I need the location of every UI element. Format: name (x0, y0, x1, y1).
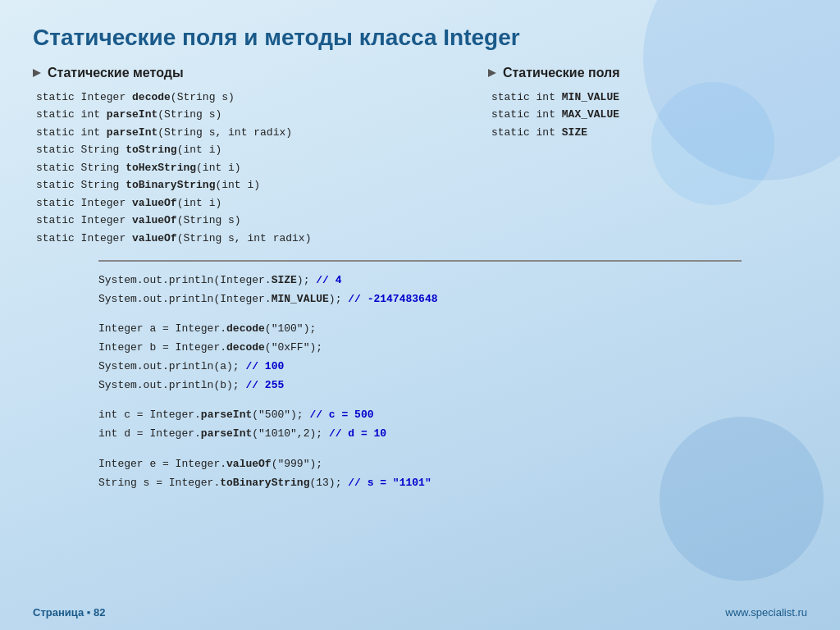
ex4-bold-2: toBinaryString (220, 477, 309, 489)
comment-6: // d = 10 (329, 427, 386, 440)
example-group-4: Integer e = Integer.valueOf("999"); Stri… (98, 455, 742, 493)
method-6: static String toBinaryString(int i) (36, 176, 472, 194)
fields-header: Статические поля (488, 66, 807, 80)
method-9: static Integer valueOf(String s, int rad… (36, 230, 472, 247)
example-group-1: System.out.println(Integer.SIZE); // 4 S… (98, 272, 742, 309)
slide: Статические поля и методы класса Integer… (0, 0, 840, 630)
example-line-2: System.out.println(Integer.MIN_VALUE); /… (98, 290, 742, 309)
method-3: static int parseInt(String s, int radix) (36, 124, 472, 141)
method-4: static String toString(int i) (36, 141, 472, 158)
comment-5: // c = 500 (309, 409, 373, 421)
right-panel: Статические поля static int MIN_VALUE st… (488, 66, 807, 247)
example-block: System.out.println(Integer.SIZE); // 4 S… (33, 272, 807, 493)
comment-2: // -2147483648 (348, 293, 437, 305)
fields-list: static int MIN_VALUE static int MAX_VALU… (488, 89, 807, 141)
method-8: static Integer valueOf(String s) (36, 212, 472, 229)
method-8-name: valueOf (132, 214, 177, 226)
example-line-10: String s = Integer.toBinaryString(13); /… (98, 474, 742, 493)
methods-list: static Integer decode(String s) static i… (33, 89, 472, 247)
comment-7: // s = "1101" (348, 477, 431, 489)
comment-4: // 255 (245, 379, 284, 391)
content-columns: Статические методы static Integer decode… (33, 66, 807, 247)
comment-1: // 4 (316, 274, 341, 286)
example-line-8: int d = Integer.parseInt("1010",2); // d… (98, 425, 742, 444)
fields-title: Статические поля (503, 66, 620, 80)
bullet-icon (33, 69, 41, 77)
method-2: static int parseInt(String s) (36, 106, 472, 123)
example-group-2: Integer a = Integer.decode("100"); Integ… (98, 320, 742, 395)
ex1-bold-2: MIN_VALUE (272, 293, 329, 305)
field-2: static int MAX_VALUE (491, 106, 807, 123)
page-title: Статические поля и методы класса Integer (33, 25, 807, 51)
method-9-name: valueOf (132, 232, 177, 244)
footer: Страница ▪ 82 www.specialist.ru (33, 606, 807, 619)
method-1: static Integer decode(String s) (36, 89, 472, 106)
comment-3: // 100 (245, 360, 284, 372)
example-line-5: System.out.println(a); // 100 (98, 358, 742, 377)
field-3: static int SIZE (491, 124, 807, 141)
left-panel: Статические методы static Integer decode… (33, 66, 472, 247)
methods-header: Статические методы (33, 66, 472, 80)
method-7-name: valueOf (132, 197, 177, 209)
page-number: Страница ▪ 82 (33, 606, 105, 619)
method-7: static Integer valueOf(int i) (36, 194, 472, 212)
methods-title: Статические методы (48, 66, 184, 80)
field-2-name: MAX_VALUE (562, 108, 619, 121)
bullet-icon-2 (488, 69, 496, 77)
method-3-name: parseInt (107, 126, 158, 139)
ex2-bold-2: decode (226, 341, 265, 354)
field-1: static int MIN_VALUE (491, 89, 807, 106)
method-5: static String toHexString(int i) (36, 159, 472, 176)
section-divider (98, 260, 742, 262)
ex2-bold-1: decode (226, 322, 265, 335)
example-group-3: int c = Integer.parseInt("500"); // c = … (98, 406, 742, 444)
method-5-name: toHexString (126, 162, 196, 174)
ex3-bold-1: parseInt (201, 409, 252, 421)
example-line-9: Integer e = Integer.valueOf("999"); (98, 455, 742, 474)
method-1-name: decode (132, 91, 171, 103)
example-line-4: Integer b = Integer.decode("0xFF"); (98, 339, 742, 358)
ex1-bold-1: SIZE (272, 274, 297, 286)
field-3-name: SIZE (562, 126, 587, 139)
example-line-6: System.out.println(b); // 255 (98, 377, 742, 395)
field-1-name: MIN_VALUE (562, 91, 619, 103)
method-4-name: toString (126, 144, 176, 156)
method-6-name: toBinaryString (126, 179, 215, 191)
example-line-3: Integer a = Integer.decode("100"); (98, 320, 742, 339)
example-line-1: System.out.println(Integer.SIZE); // 4 (98, 272, 742, 290)
ex3-bold-2: parseInt (201, 427, 252, 440)
example-line-7: int c = Integer.parseInt("500"); // c = … (98, 406, 742, 425)
website: www.specialist.ru (725, 606, 807, 619)
method-2-name: parseInt (107, 108, 158, 121)
ex4-bold-1: valueOf (226, 458, 272, 470)
